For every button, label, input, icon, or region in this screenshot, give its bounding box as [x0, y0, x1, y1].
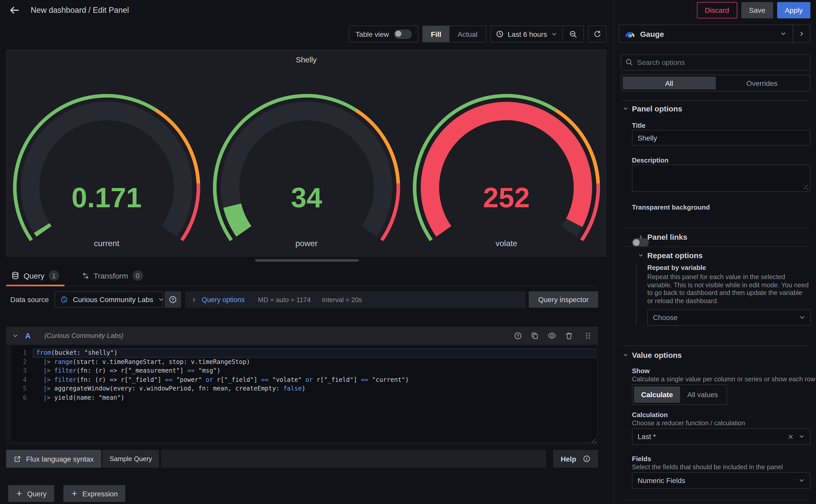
tab-transform[interactable]: Transform 0	[77, 265, 148, 286]
arrow-left-icon	[9, 5, 19, 15]
fields-value: Numeric Fields	[638, 476, 799, 485]
repeat-options-header[interactable]: Repeat options	[638, 251, 703, 260]
filter-tab-overrides[interactable]: Overrides	[716, 77, 808, 89]
gauge-value: 34	[291, 182, 322, 213]
line-content: |> aggregateWindow(every: v.windowPeriod…	[33, 384, 597, 393]
transform-icon	[82, 272, 89, 279]
add-query-button[interactable]: Query	[8, 485, 54, 502]
gauge-value-arc	[430, 111, 583, 231]
panel-links-header[interactable]: Panel links	[638, 233, 687, 241]
trash-icon	[565, 331, 573, 340]
gauge-panel: Shelly 0.171 current 34 power 25	[6, 50, 606, 257]
datasource-help-button[interactable]	[165, 291, 181, 308]
plus-icon	[71, 490, 78, 497]
breadcrumb: New dashboard / Edit Panel	[31, 6, 129, 15]
line-number: 1	[11, 349, 33, 358]
calculation-description: Choose a reducer function / calculation	[632, 419, 745, 427]
query-inspector-button[interactable]: Query inspector	[529, 291, 598, 308]
code-line[interactable]: 2 |> range(start: v.timeRangeStart, stop…	[11, 358, 597, 366]
toggle-viz-picker-button[interactable]	[793, 25, 810, 42]
value-options-header[interactable]: Value options	[623, 351, 682, 359]
code-line[interactable]: 5 |> aggregateWindow(every: v.windowPeri…	[11, 384, 597, 393]
gauge-viz-icon	[624, 29, 636, 38]
actual-option[interactable]: Actual	[449, 26, 486, 42]
delete-query-button[interactable]	[565, 331, 573, 340]
flux-query-editor[interactable]: 1from(bucket: "shelly")2 |> range(start:…	[6, 345, 598, 445]
panel-options-header[interactable]: Panel options	[623, 104, 682, 113]
drag-query-handle[interactable]	[584, 331, 592, 340]
panel-description-textarea[interactable]	[632, 165, 810, 192]
gauges-row: 0.171 current 34 power 252 volate	[7, 66, 606, 250]
show-description: Calculate a single value per column or s…	[632, 375, 815, 383]
code-area[interactable]: 1from(bucket: "shelly")2 |> range(start:…	[11, 346, 597, 441]
sample-query-button[interactable]: Sample Query	[103, 450, 159, 468]
help-button[interactable]: Help	[553, 450, 598, 468]
clock-icon	[496, 30, 504, 38]
calculation-label: Calculation	[632, 411, 668, 419]
time-range-label: Last 6 hours	[508, 30, 547, 38]
repeat-variable-select[interactable]: Choose	[647, 309, 811, 326]
code-line[interactable]: 4 |> filter(fn: (r) => r["_field"] == "p…	[11, 375, 597, 384]
fields-label: Fields	[632, 455, 651, 463]
editor-resize-handle[interactable]	[592, 439, 596, 444]
external-link-icon	[14, 455, 21, 462]
question-circle-icon	[514, 331, 522, 340]
filter-tab-all[interactable]: All	[623, 77, 716, 89]
query-options-toggle[interactable]: Query options	[202, 296, 245, 303]
calculate-option[interactable]: Calculate	[634, 386, 680, 403]
gauge-track-arc	[30, 111, 183, 231]
toggle-query-visibility-button[interactable]	[548, 331, 556, 340]
line-number: 3	[11, 366, 33, 375]
line-number: 2	[11, 358, 33, 366]
chevron-right-icon	[191, 297, 197, 302]
interval-value: Interval = 20s	[322, 296, 362, 303]
flux-syntax-button[interactable]: Flux language syntax	[6, 450, 101, 468]
all-values-option[interactable]: All values	[680, 386, 725, 403]
footer-spacer-bar	[161, 450, 546, 468]
zoom-out-button[interactable]	[563, 26, 583, 42]
help-label: Help	[561, 455, 576, 463]
fields-select[interactable]: Numeric Fields	[632, 472, 810, 489]
back-button[interactable]	[4, 0, 25, 20]
time-range-picker[interactable]: Last 6 hours	[491, 26, 562, 42]
max-data-points-value: MD = auto = 1174	[258, 296, 311, 303]
close-icon[interactable]	[787, 433, 794, 440]
visualization-picker[interactable]: Gauge	[619, 25, 810, 43]
fill-option[interactable]: Fill	[423, 26, 449, 42]
query-help-button[interactable]	[514, 331, 522, 340]
code-line[interactable]: 6 |> yield(name: "mean")	[11, 393, 597, 402]
chevron-down-icon	[623, 106, 628, 111]
code-line[interactable]: 3 |> filter(fn: (r) => r["_measurement"]…	[11, 366, 597, 375]
add-expression-button[interactable]: Expression	[63, 485, 126, 502]
refresh-button[interactable]	[588, 26, 606, 42]
chevron-down-icon	[638, 253, 644, 258]
datasource-picker[interactable]: Curious Community Labs	[55, 291, 163, 308]
title-label: Title	[632, 122, 645, 129]
search-options-input[interactable]	[621, 54, 810, 71]
options-filter-tabs: All Overrides	[621, 75, 810, 91]
duplicate-query-button[interactable]	[531, 331, 539, 340]
chevron-right-icon	[638, 234, 644, 240]
query-a-header[interactable]: A (Curious Community Labs)	[6, 327, 598, 345]
panel-title-input[interactable]	[632, 130, 810, 146]
query-footer: Flux language syntax Sample Query Help	[6, 450, 598, 468]
refresh-icon	[593, 30, 601, 38]
chevron-down-icon	[799, 314, 805, 320]
panel-title: Shelly	[7, 50, 606, 66]
calculation-select[interactable]: Last *	[632, 428, 810, 445]
line-number: 4	[11, 375, 33, 384]
gauge-value-arc	[232, 206, 244, 232]
horizontal-scrollbar-thumb[interactable]	[255, 259, 359, 262]
chevron-down-icon	[551, 31, 557, 37]
table-view-toggle[interactable]	[394, 29, 412, 39]
repeat-options-group: Repeat by variable Repeat this panel for…	[636, 264, 810, 326]
tab-query[interactable]: Query 1	[6, 265, 64, 286]
chevron-down-icon	[799, 433, 805, 440]
gauge-label: current	[94, 239, 119, 248]
line-content: from(bucket: "shelly")	[33, 349, 596, 358]
search-icon	[625, 58, 633, 66]
gauge-chart: 252 volate	[406, 66, 606, 250]
code-line[interactable]: 1from(bucket: "shelly")	[11, 349, 597, 358]
datasource-row: Data source Curious Community Labs Query…	[6, 291, 598, 308]
textarea-resize-handle[interactable]	[804, 185, 808, 190]
